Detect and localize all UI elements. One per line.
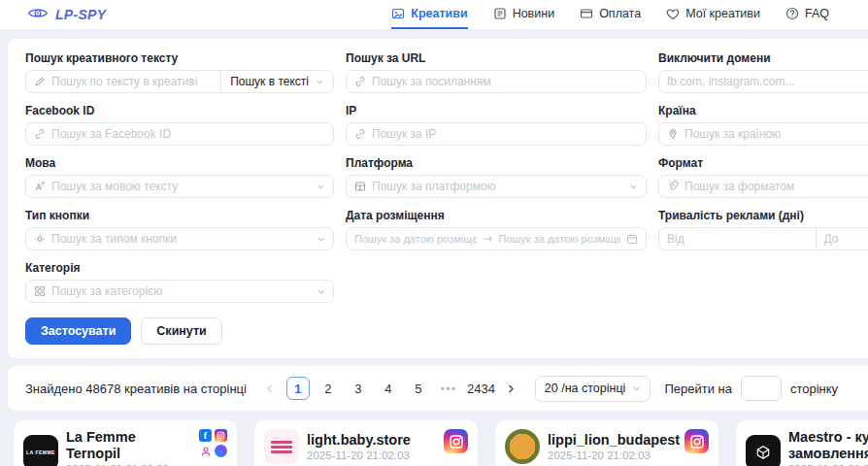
filter-exclude-domains: Виключити домени	[658, 51, 868, 93]
country-input[interactable]	[684, 127, 868, 141]
logo[interactable]: LP-SPY	[27, 6, 106, 24]
tab-news[interactable]: Новини	[493, 0, 555, 29]
pagination: 1 2 3 4 5 ••• 2434	[260, 377, 521, 400]
date-range-picker[interactable]	[346, 227, 647, 250]
creative-cards: LA FEMME La Femme Ternopil 2025-11-20 21…	[0, 420, 868, 466]
window-icon	[354, 181, 366, 192]
apply-button[interactable]: Застосувати	[25, 317, 131, 345]
question-icon	[785, 7, 799, 20]
next-page-button[interactable]	[502, 377, 521, 400]
filter-country: Країна	[658, 104, 868, 146]
reset-button[interactable]: Скинути	[141, 317, 221, 345]
language-input[interactable]	[51, 180, 311, 193]
tab-faq[interactable]: FAQ	[785, 0, 829, 29]
url-input[interactable]	[372, 75, 638, 88]
avatar	[505, 429, 540, 464]
page-number[interactable]: 4	[377, 377, 400, 400]
facebook-id-control	[25, 122, 334, 146]
duration-from-input[interactable]	[659, 228, 810, 250]
field-label: IP	[346, 104, 647, 117]
platform-input[interactable]	[372, 180, 623, 193]
tab-label: FAQ	[805, 7, 829, 20]
card-title: Maestro - кухні, ме замовлення в Ужго	[788, 429, 868, 461]
platform-icons	[684, 429, 709, 453]
avatar	[746, 435, 781, 466]
goto-suffix: сторінку	[790, 382, 838, 396]
tab-label: Креативи	[411, 7, 467, 20]
tab-creatives[interactable]: Креативи	[391, 0, 467, 29]
date-end-input[interactable]	[499, 233, 621, 245]
ip-input[interactable]	[372, 127, 638, 141]
page-number[interactable]: 1	[286, 377, 310, 400]
tab-label: Мої креативи	[685, 7, 760, 20]
facebook-icon: f	[199, 429, 212, 442]
page-size-select[interactable]: 20 /на сторінці	[535, 376, 651, 402]
gear-icon	[34, 233, 46, 245]
filter-category: Категорія	[25, 261, 334, 303]
creative-text-input[interactable]	[51, 75, 215, 88]
field-label: Тип кнопки	[25, 209, 334, 222]
tab-label: Новини	[513, 7, 555, 20]
arrow-right-icon	[483, 230, 493, 248]
page-number[interactable]: 2434	[467, 377, 495, 400]
page-number[interactable]: 2	[317, 377, 340, 400]
tab-payment[interactable]: Оплата	[580, 0, 641, 29]
grid-icon	[34, 285, 46, 297]
filter-url: Пошук за URL	[346, 51, 647, 93]
tab-my-creatives[interactable]: Мої креативи	[666, 0, 760, 29]
link-icon	[354, 76, 366, 87]
messenger-icon	[215, 445, 227, 457]
avatar: LA FEMME	[23, 435, 58, 466]
button-type-select[interactable]	[25, 227, 334, 250]
creative-card[interactable]: LA FEMME La Femme Ternopil 2025-11-20 21…	[14, 420, 237, 466]
filter-ip: IP	[346, 104, 647, 146]
prev-page-button[interactable]	[260, 377, 280, 400]
field-label: Пошук за URL	[346, 51, 647, 65]
exclude-domains-control	[658, 70, 868, 93]
eye-logo-icon	[27, 6, 49, 24]
date-start-input[interactable]	[354, 233, 477, 245]
creative-card[interactable]: light.baby.store 2025-11-20 21:02:03 3 d…	[254, 420, 478, 466]
heart-icon	[666, 8, 680, 20]
filter-format: Формат	[658, 156, 868, 198]
exclude-domains-input[interactable]	[667, 75, 868, 88]
pencil-icon	[34, 76, 46, 87]
creative-card[interactable]: lippi_lion_budapest 2025-11-20 21:02:03 …	[495, 420, 718, 466]
creative-card[interactable]: Maestro - кухні, ме замовлення в Ужго 20…	[736, 420, 868, 466]
text-mode-select[interactable]: Пошук в тексті	[220, 71, 333, 92]
duration-to-input[interactable]	[816, 228, 868, 250]
pin-icon	[667, 128, 679, 140]
card-title: La Femme Ternopil	[66, 429, 191, 461]
language-select[interactable]	[25, 175, 334, 198]
instagram-icon	[444, 429, 468, 453]
field-label: Платформа	[346, 156, 647, 170]
results-summary: Знайдено 48678 креативів на сторінці	[25, 382, 247, 396]
page-size-value: 20 /на сторінці	[545, 382, 626, 395]
format-input[interactable]	[684, 180, 868, 193]
image-icon	[391, 7, 405, 20]
instagram-icon	[215, 429, 227, 442]
button-type-input[interactable]	[51, 232, 311, 246]
card-date: 2025-11-20 21:02:03	[307, 449, 436, 461]
url-control	[346, 70, 647, 93]
filter-duration: Тривалість реклами (дні)	[658, 209, 868, 250]
platform-select[interactable]	[346, 175, 647, 198]
tab-label: Оплата	[599, 7, 641, 20]
translate-icon	[34, 181, 46, 192]
category-input[interactable]	[51, 284, 311, 298]
page-number[interactable]: 5	[407, 377, 430, 400]
calendar-icon	[626, 233, 638, 245]
field-label: Facebook ID	[25, 104, 334, 117]
goto-page-input[interactable]	[741, 376, 782, 401]
card-date: 2025-11-20 21:02:03	[548, 449, 677, 461]
chevron-down-icon	[316, 78, 324, 86]
creative-text-control: Пошук в тексті	[25, 70, 334, 93]
platform-icons	[444, 429, 468, 453]
page-number[interactable]: 3	[347, 377, 370, 400]
duration-range	[658, 227, 868, 250]
facebook-id-input[interactable]	[51, 127, 325, 141]
news-icon	[493, 7, 507, 20]
filter-button-type: Тип кнопки	[25, 209, 334, 250]
category-select[interactable]	[25, 280, 334, 303]
avatar	[264, 429, 299, 464]
